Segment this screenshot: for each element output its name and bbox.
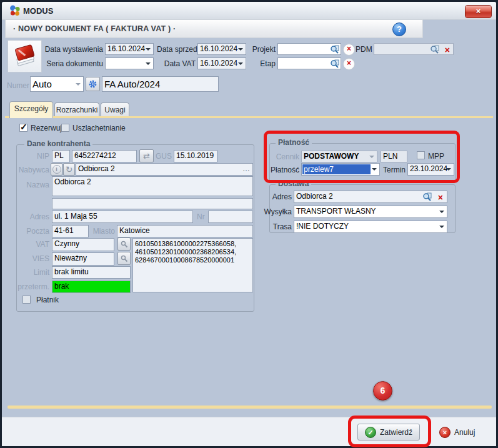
numer-label: Numer: [7, 80, 29, 92]
chevron-down-icon[interactable]: [439, 211, 444, 213]
nr-field[interactable]: [208, 211, 253, 223]
anuluj-button[interactable]: × Anuluj: [439, 427, 475, 438]
vies-status-field[interactable]: Nieważny: [52, 252, 114, 266]
rezerwuj-label: Rezerwuj: [31, 122, 62, 134]
platnik-checkbox[interactable]: [22, 296, 31, 304]
projekt-label: Projekt: [248, 44, 276, 56]
miasto-label: Miasto: [90, 226, 115, 237]
platnosc-group-label: Płatność: [276, 138, 312, 147]
etap-clear-button[interactable]: ×: [343, 58, 355, 70]
data-vat-combobox[interactable]: 16.10.2024: [197, 57, 246, 69]
chevron-down-icon[interactable]: [76, 83, 81, 86]
nabywca-field[interactable]: Odbiorca 2 …: [76, 163, 253, 176]
rezerwuj-checkbox[interactable]: ✓: [19, 124, 27, 132]
projekt-clear-button[interactable]: ×: [343, 44, 355, 56]
delete-icon: ×: [347, 59, 351, 67]
chevron-down-icon[interactable]: [372, 168, 377, 171]
numer-mode-combobox[interactable]: Auto: [30, 76, 84, 92]
verify-icon: [121, 255, 128, 262]
vies-label: VIES: [21, 253, 49, 265]
chevron-down-icon[interactable]: [146, 62, 151, 65]
mpp-checkbox[interactable]: [417, 151, 425, 159]
search-icon[interactable]: [330, 59, 339, 68]
panel-bottom-accent: [7, 406, 492, 409]
termin-combobox[interactable]: 23.10.2024: [407, 163, 454, 176]
sync-icon: ↻: [66, 164, 73, 174]
poczta-field[interactable]: 41-61: [52, 225, 89, 237]
confirm-check-icon: ✓: [365, 427, 376, 438]
tab-szczegoly[interactable]: Szczegóły: [9, 101, 53, 118]
nabywca-refresh-button[interactable]: ↻: [63, 163, 75, 176]
waluta-field: PLN: [381, 151, 407, 162]
gus-label: GUS: [156, 151, 172, 162]
wysylka-combobox[interactable]: TRANSPORT WŁASNY: [294, 206, 447, 218]
chevron-down-icon[interactable]: [439, 226, 444, 228]
nip-field[interactable]: 6452274212: [72, 150, 137, 162]
modus-window: MODUS × · NOWY DOKUMENT FA ( FAKTURA VAT…: [0, 0, 498, 448]
search-icon[interactable]: [422, 192, 432, 201]
nazwa-field-2[interactable]: [52, 198, 253, 209]
projekt-input[interactable]: [277, 43, 341, 55]
poczta-label: Poczta: [21, 226, 49, 237]
platnosc-combobox[interactable]: przelew7: [301, 163, 380, 176]
chevron-down-icon[interactable]: [146, 48, 151, 51]
chevron-down-icon[interactable]: [446, 168, 451, 171]
uszlachetnianie-checkbox[interactable]: [61, 124, 69, 132]
data-sprzed-combobox[interactable]: 16.10.2024: [197, 43, 246, 55]
search-icon[interactable]: [330, 45, 339, 54]
nip-transfer-button[interactable]: ⇄: [139, 149, 154, 162]
vat-status-field[interactable]: Czynny: [52, 238, 114, 251]
nip-label: NIP: [21, 151, 49, 162]
vies-verify-button[interactable]: [117, 252, 131, 265]
termin-label: Termin: [382, 164, 406, 176]
tab-rozrachunki[interactable]: Rozrachunki: [54, 102, 99, 117]
limit-field: brak limitu: [52, 266, 131, 279]
tab-uwagi[interactable]: Uwagi: [101, 102, 129, 117]
nabywca-info-button[interactable]: i: [51, 163, 62, 176]
delete-icon: ×: [445, 46, 450, 54]
etap-input[interactable]: [277, 57, 341, 69]
uszlachetnianie-label: Uszlachetnianie: [72, 122, 126, 134]
trasa-combobox[interactable]: !NIE DOTYCZY: [294, 221, 447, 233]
adres-field[interactable]: ul. 1 Maja 55: [52, 211, 193, 223]
seria-combobox[interactable]: [105, 57, 154, 69]
kontrahent-group-label: Dane kontrahenta: [24, 139, 92, 148]
more-icon[interactable]: …: [242, 164, 250, 174]
cancel-cross-icon: ×: [439, 427, 451, 438]
title-bar[interactable]: MODUS ×: [2, 2, 496, 20]
nazwa-field[interactable]: Odbiorca 2: [52, 176, 253, 196]
document-type-box: [7, 40, 42, 72]
check-icon: ✓: [20, 122, 27, 132]
zatwierdz-button[interactable]: ✓ Zatwierdź: [357, 424, 420, 441]
bank-accounts-field[interactable]: 60105013861000002275366058, 461050123010…: [132, 238, 253, 292]
przeterm-label: przeterm.: [14, 281, 49, 293]
wysylka-label: Wysyłka: [261, 206, 292, 218]
limit-label: Limit: [21, 267, 49, 279]
miasto-field[interactable]: Katowice: [117, 225, 253, 237]
nip-prefix-field[interactable]: PL: [52, 150, 70, 162]
delete-icon[interactable]: ×: [438, 193, 443, 202]
chevron-down-icon[interactable]: [238, 62, 243, 65]
chevron-down-icon[interactable]: [238, 48, 243, 51]
document-title: · NOWY DOKUMENT FA ( FAKTURA VAT ) ·: [13, 24, 176, 33]
data-wystawienia-combobox[interactable]: 16.10.2024: [105, 43, 154, 55]
delete-icon: ×: [347, 44, 351, 53]
window-title: MODUS: [23, 6, 53, 16]
verify-icon: [121, 241, 128, 248]
numer-value-field[interactable]: FA Auto/2024: [102, 76, 219, 92]
close-button[interactable]: ×: [465, 5, 492, 18]
dostawa-adres-field[interactable]: Odbiorca 2 ×: [294, 191, 447, 203]
numer-settings-button[interactable]: [86, 77, 100, 91]
window-body: MODUS × · NOWY DOKUMENT FA ( FAKTURA VAT…: [2, 2, 496, 446]
chevron-down-icon: [369, 156, 374, 158]
dostawa-group-label: Dostawa: [276, 179, 311, 188]
selected-payment: przelew7: [302, 164, 371, 174]
gus-date-field[interactable]: 15.10.2019: [174, 150, 217, 162]
adres-label: Adres: [21, 211, 49, 223]
pdm-input: ×: [374, 43, 454, 55]
dostawa-adres-label: Adres: [269, 191, 292, 203]
nazwa-label: Nazwa: [21, 179, 49, 191]
vat-verify-button[interactable]: [117, 237, 131, 251]
modus-logo-icon: [9, 4, 21, 17]
help-icon[interactable]: ?: [392, 22, 406, 36]
